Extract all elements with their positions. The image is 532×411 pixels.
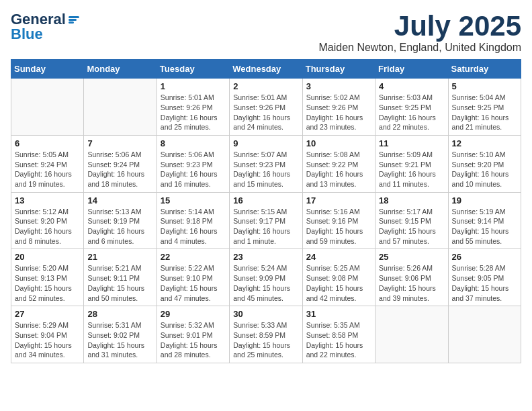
cell-info: Sunrise: 5:29 AM Sunset: 9:04 PM Dayligh…: [15, 320, 80, 360]
cell-info: Sunrise: 5:14 AM Sunset: 9:18 PM Dayligh…: [161, 207, 226, 246]
table-row: 18Sunrise: 5:17 AM Sunset: 9:15 PM Dayli…: [375, 192, 448, 249]
calendar-week-row: 6Sunrise: 5:05 AM Sunset: 9:24 PM Daylig…: [11, 135, 521, 192]
cell-info: Sunrise: 5:01 AM Sunset: 9:26 PM Dayligh…: [233, 93, 298, 132]
day-number: 20: [15, 252, 80, 262]
table-row: 24Sunrise: 5:25 AM Sunset: 9:08 PM Dayli…: [302, 249, 375, 306]
cell-info: Sunrise: 5:08 AM Sunset: 9:22 PM Dayligh…: [306, 150, 371, 189]
day-number: 4: [379, 81, 444, 91]
table-row: 30Sunrise: 5:33 AM Sunset: 8:59 PM Dayli…: [230, 306, 302, 363]
day-number: 25: [379, 252, 444, 262]
day-number: 6: [15, 138, 80, 148]
table-row: 6Sunrise: 5:05 AM Sunset: 9:24 PM Daylig…: [11, 135, 84, 192]
cell-info: Sunrise: 5:02 AM Sunset: 9:26 PM Dayligh…: [306, 93, 371, 132]
cell-info: Sunrise: 5:33 AM Sunset: 8:59 PM Dayligh…: [233, 320, 298, 360]
day-number: 5: [452, 81, 517, 91]
day-number: 10: [306, 138, 371, 148]
header-sunday: Sunday: [11, 60, 84, 79]
calendar-table: Sunday Monday Tuesday Wednesday Thursday…: [11, 59, 521, 363]
day-number: 16: [233, 195, 298, 205]
table-row: 19Sunrise: 5:19 AM Sunset: 9:14 PM Dayli…: [448, 192, 521, 249]
day-number: 31: [306, 309, 371, 319]
cell-info: Sunrise: 5:24 AM Sunset: 9:09 PM Dayligh…: [233, 263, 298, 303]
day-number: 17: [306, 195, 371, 205]
calendar-week-row: 1Sunrise: 5:01 AM Sunset: 9:26 PM Daylig…: [11, 79, 521, 136]
table-row: 22Sunrise: 5:22 AM Sunset: 9:10 PM Dayli…: [157, 249, 229, 306]
logo-blue: Blue: [11, 26, 43, 43]
day-number: 2: [233, 81, 298, 91]
cell-info: Sunrise: 5:05 AM Sunset: 9:24 PM Dayligh…: [15, 150, 80, 189]
table-row: 10Sunrise: 5:08 AM Sunset: 9:22 PM Dayli…: [302, 135, 375, 192]
day-number: 29: [161, 309, 226, 319]
day-number: 22: [161, 252, 226, 262]
cell-info: Sunrise: 5:32 AM Sunset: 9:01 PM Dayligh…: [161, 320, 226, 360]
day-number: 18: [379, 195, 444, 205]
cell-info: Sunrise: 5:13 AM Sunset: 9:19 PM Dayligh…: [87, 207, 152, 246]
table-row: [375, 306, 448, 363]
cell-info: Sunrise: 5:04 AM Sunset: 9:25 PM Dayligh…: [452, 93, 517, 132]
day-number: 1: [161, 81, 226, 91]
table-row: 11Sunrise: 5:09 AM Sunset: 9:21 PM Dayli…: [375, 135, 448, 192]
header-tuesday: Tuesday: [157, 60, 229, 79]
cell-info: Sunrise: 5:25 AM Sunset: 9:08 PM Dayligh…: [306, 263, 371, 303]
day-number: 11: [379, 138, 444, 148]
table-row: 29Sunrise: 5:32 AM Sunset: 9:01 PM Dayli…: [157, 306, 229, 363]
header-friday: Friday: [375, 60, 448, 79]
day-number: 13: [15, 195, 80, 205]
title-area: July 2025 Maiden Newton, England, United…: [318, 11, 521, 54]
header-saturday: Saturday: [448, 60, 521, 79]
table-row: [11, 79, 84, 136]
table-row: 9Sunrise: 5:07 AM Sunset: 9:23 PM Daylig…: [230, 135, 302, 192]
cell-info: Sunrise: 5:31 AM Sunset: 9:02 PM Dayligh…: [87, 320, 152, 360]
table-row: 21Sunrise: 5:21 AM Sunset: 9:11 PM Dayli…: [84, 249, 157, 306]
day-number: 8: [161, 138, 226, 148]
cell-info: Sunrise: 5:07 AM Sunset: 9:23 PM Dayligh…: [233, 150, 298, 189]
table-row: 13Sunrise: 5:12 AM Sunset: 9:20 PM Dayli…: [11, 192, 84, 249]
day-number: 12: [452, 138, 517, 148]
table-row: 27Sunrise: 5:29 AM Sunset: 9:04 PM Dayli…: [11, 306, 84, 363]
table-row: 15Sunrise: 5:14 AM Sunset: 9:18 PM Dayli…: [157, 192, 229, 249]
cell-info: Sunrise: 5:09 AM Sunset: 9:21 PM Dayligh…: [379, 150, 444, 189]
table-row: 1Sunrise: 5:01 AM Sunset: 9:26 PM Daylig…: [157, 79, 229, 136]
calendar-week-row: 13Sunrise: 5:12 AM Sunset: 9:20 PM Dayli…: [11, 192, 521, 249]
table-row: 28Sunrise: 5:31 AM Sunset: 9:02 PM Dayli…: [84, 306, 157, 363]
header-monday: Monday: [84, 60, 157, 79]
page-header: General Blue July 2025 Maiden Newton, En…: [11, 11, 521, 54]
cell-info: Sunrise: 5:03 AM Sunset: 9:25 PM Dayligh…: [379, 93, 444, 132]
cell-info: Sunrise: 5:22 AM Sunset: 9:10 PM Dayligh…: [161, 263, 226, 303]
table-row: 8Sunrise: 5:06 AM Sunset: 9:23 PM Daylig…: [157, 135, 229, 192]
table-row: 16Sunrise: 5:15 AM Sunset: 9:17 PM Dayli…: [230, 192, 302, 249]
cell-info: Sunrise: 5:35 AM Sunset: 8:58 PM Dayligh…: [306, 320, 371, 360]
table-row: 3Sunrise: 5:02 AM Sunset: 9:26 PM Daylig…: [302, 79, 375, 136]
cell-info: Sunrise: 5:21 AM Sunset: 9:11 PM Dayligh…: [87, 263, 152, 303]
table-row: 31Sunrise: 5:35 AM Sunset: 8:58 PM Dayli…: [302, 306, 375, 363]
month-title: July 2025: [318, 11, 521, 42]
location: Maiden Newton, England, United Kingdom: [318, 42, 521, 54]
day-number: 27: [15, 309, 80, 319]
calendar-week-row: 27Sunrise: 5:29 AM Sunset: 9:04 PM Dayli…: [11, 306, 521, 363]
table-row: 12Sunrise: 5:10 AM Sunset: 9:20 PM Dayli…: [448, 135, 521, 192]
cell-info: Sunrise: 5:06 AM Sunset: 9:24 PM Dayligh…: [87, 150, 152, 189]
table-row: 26Sunrise: 5:28 AM Sunset: 9:05 PM Dayli…: [448, 249, 521, 306]
day-number: 19: [452, 195, 517, 205]
table-row: 25Sunrise: 5:26 AM Sunset: 9:06 PM Dayli…: [375, 249, 448, 306]
day-number: 9: [233, 138, 298, 148]
table-row: 5Sunrise: 5:04 AM Sunset: 9:25 PM Daylig…: [448, 79, 521, 136]
table-row: 17Sunrise: 5:16 AM Sunset: 9:16 PM Dayli…: [302, 192, 375, 249]
header-wednesday: Wednesday: [230, 60, 302, 79]
cell-info: Sunrise: 5:12 AM Sunset: 9:20 PM Dayligh…: [15, 207, 80, 246]
calendar-week-row: 20Sunrise: 5:20 AM Sunset: 9:13 PM Dayli…: [11, 249, 521, 306]
day-number: 3: [306, 81, 371, 91]
table-row: 23Sunrise: 5:24 AM Sunset: 9:09 PM Dayli…: [230, 249, 302, 306]
cell-info: Sunrise: 5:16 AM Sunset: 9:16 PM Dayligh…: [306, 207, 371, 246]
calendar-header-row: Sunday Monday Tuesday Wednesday Thursday…: [11, 60, 521, 79]
table-row: 20Sunrise: 5:20 AM Sunset: 9:13 PM Dayli…: [11, 249, 84, 306]
logo: General Blue: [11, 11, 79, 43]
cell-info: Sunrise: 5:17 AM Sunset: 9:15 PM Dayligh…: [379, 207, 444, 246]
logo-bird-icon: [69, 16, 79, 24]
table-row: 4Sunrise: 5:03 AM Sunset: 9:25 PM Daylig…: [375, 79, 448, 136]
day-number: 30: [233, 309, 298, 319]
day-number: 23: [233, 252, 298, 262]
day-number: 15: [161, 195, 226, 205]
day-number: 28: [87, 309, 152, 319]
table-row: 7Sunrise: 5:06 AM Sunset: 9:24 PM Daylig…: [84, 135, 157, 192]
